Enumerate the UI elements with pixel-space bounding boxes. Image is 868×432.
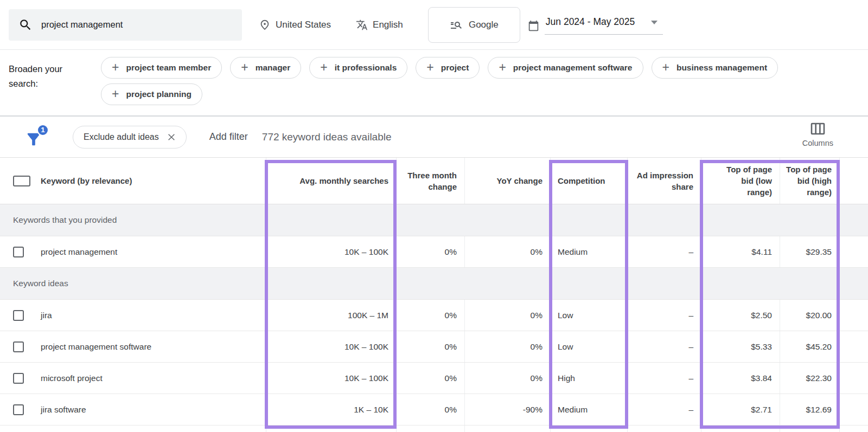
row-checkbox[interactable] bbox=[13, 373, 24, 384]
plus-icon: + bbox=[320, 61, 327, 74]
top-bid-low-cell: $5.33 bbox=[701, 331, 780, 362]
select-all-checkbox[interactable] bbox=[13, 176, 30, 186]
columns-button[interactable]: Columns bbox=[802, 122, 833, 147]
top-bid-high-cell: $22.30 bbox=[780, 363, 839, 394]
date-range-selector[interactable]: Jun 2024 - May 2025 bbox=[528, 15, 663, 35]
three-month-change-cell: 0% bbox=[396, 236, 464, 267]
ad-impression-share-cell: – bbox=[627, 300, 701, 331]
plus-icon: + bbox=[662, 61, 669, 74]
table-row: jira software1K – 10K0%-90%Medium–$2.71$… bbox=[0, 394, 868, 425]
yoy-change-cell: 0% bbox=[464, 363, 550, 394]
broaden-chip[interactable]: +project bbox=[416, 57, 480, 79]
col-header-top-bid-low[interactable]: Top of page bid (low range) bbox=[701, 158, 780, 204]
col-header-three-month-change[interactable]: Three month change bbox=[396, 158, 464, 204]
close-icon[interactable] bbox=[167, 133, 176, 141]
competition-cell: Medium bbox=[550, 394, 627, 425]
table-row: project management10K – 100K0%0%Medium–$… bbox=[0, 236, 868, 268]
broaden-search-label: Broaden your search: bbox=[9, 57, 85, 110]
yoy-change-cell: 0% bbox=[464, 300, 550, 331]
plus-icon: + bbox=[241, 61, 248, 74]
ad-impression-share-cell: – bbox=[627, 363, 701, 394]
location-selector[interactable]: United States bbox=[259, 19, 331, 31]
top-bid-high-cell: $45.20 bbox=[780, 331, 839, 362]
filter-count-badge: 1 bbox=[37, 124, 49, 136]
location-pin-icon bbox=[259, 19, 271, 31]
exclude-chip-label: Exclude adult ideas bbox=[84, 132, 159, 142]
location-label: United States bbox=[276, 20, 331, 30]
competition-cell: Low bbox=[550, 300, 627, 331]
exclude-adult-ideas-chip[interactable]: Exclude adult ideas bbox=[73, 126, 187, 149]
table-row-partial bbox=[0, 425, 868, 432]
plus-icon: + bbox=[112, 61, 119, 74]
top-bid-low-cell: $3.84 bbox=[701, 363, 780, 394]
top-bid-high-cell: $20.00 bbox=[780, 300, 839, 331]
columns-icon bbox=[810, 122, 825, 135]
col-header-competition[interactable]: Competition bbox=[550, 158, 627, 204]
broaden-chip-label: business management bbox=[676, 63, 767, 73]
keyword-cell: microsoft project bbox=[30, 363, 266, 394]
broaden-chip[interactable]: +it professionals bbox=[309, 57, 407, 79]
broaden-chip[interactable]: +manager bbox=[230, 57, 301, 79]
columns-label: Columns bbox=[802, 139, 833, 147]
yoy-change-cell: 0% bbox=[464, 331, 550, 362]
col-header-yoy-change[interactable]: YoY change bbox=[464, 158, 550, 204]
plus-icon: + bbox=[112, 88, 119, 100]
ad-impression-share-cell: – bbox=[627, 236, 701, 267]
calendar-icon bbox=[528, 20, 539, 31]
three-month-change-cell: 0% bbox=[396, 394, 464, 425]
translate-icon bbox=[356, 19, 368, 31]
broaden-chip[interactable]: +business management bbox=[652, 57, 778, 79]
broaden-chip[interactable]: +project planning bbox=[101, 83, 202, 105]
broaden-chip-label: project planning bbox=[126, 89, 192, 99]
keyword-search-box[interactable] bbox=[9, 9, 242, 41]
three-month-change-cell: 0% bbox=[396, 300, 464, 331]
row-checkbox[interactable] bbox=[13, 247, 24, 257]
row-checkbox[interactable] bbox=[13, 310, 24, 321]
avg-monthly-searches-cell: 10K – 100K bbox=[266, 363, 396, 394]
results-summary: 772 keyword ideas available bbox=[262, 131, 392, 143]
table-header-row: Keyword (by relevance) Avg. monthly sear… bbox=[0, 158, 868, 204]
keyword-cell: jira bbox=[30, 300, 266, 331]
section-header-row: Keyword ideas bbox=[0, 268, 868, 300]
avg-monthly-searches-cell: 10K – 100K bbox=[266, 331, 396, 362]
keyword-ideas-table: Keyword (by relevance) Avg. monthly sear… bbox=[0, 157, 868, 432]
ad-impression-share-cell: – bbox=[627, 331, 701, 362]
date-range-label: Jun 2024 - May 2025 bbox=[546, 16, 635, 28]
search-input[interactable] bbox=[40, 19, 219, 30]
col-header-keyword[interactable]: Keyword (by relevance) bbox=[30, 158, 266, 204]
search-icon bbox=[18, 18, 33, 32]
three-month-change-cell: 0% bbox=[396, 363, 464, 394]
manage-search-icon bbox=[450, 18, 463, 31]
avg-monthly-searches-cell: 1K – 10K bbox=[266, 394, 396, 425]
language-selector[interactable]: English bbox=[356, 19, 403, 31]
add-filter-button[interactable]: Add filter bbox=[209, 131, 248, 143]
language-label: English bbox=[373, 20, 403, 30]
network-selector-button[interactable]: Google bbox=[428, 7, 520, 43]
three-month-change-cell: 0% bbox=[396, 331, 464, 362]
top-toolbar: United States English Google Jun 2024 - … bbox=[0, 0, 868, 50]
competition-cell: High bbox=[550, 363, 627, 394]
network-label: Google bbox=[469, 20, 499, 30]
row-checkbox[interactable] bbox=[13, 404, 24, 415]
col-header-top-bid-high[interactable]: Top of page bid (high range) bbox=[780, 158, 839, 204]
row-checkbox[interactable] bbox=[13, 341, 24, 352]
yoy-change-cell: 0% bbox=[464, 236, 550, 267]
ad-impression-share-cell: – bbox=[627, 394, 701, 425]
filter-icon[interactable]: 1 bbox=[24, 125, 47, 150]
filter-bar: 1 Exclude adult ideas Add filter 772 key… bbox=[0, 117, 868, 157]
broaden-chip[interactable]: +project team member bbox=[101, 57, 222, 79]
broaden-chip[interactable]: +project management software bbox=[488, 57, 643, 79]
plus-icon: + bbox=[426, 61, 433, 74]
table-row: jira100K – 1M0%0%Low–$2.50$20.00 bbox=[0, 300, 868, 331]
col-header-avg-monthly-searches[interactable]: Avg. monthly searches bbox=[266, 158, 396, 204]
table-row: microsoft project10K – 100K0%0%High–$3.8… bbox=[0, 363, 868, 394]
avg-monthly-searches-cell: 10K – 100K bbox=[266, 236, 396, 267]
keyword-cell: jira software bbox=[30, 394, 266, 425]
broaden-chip-label: project team member bbox=[126, 63, 211, 73]
table-row: project management software10K – 100K0%0… bbox=[0, 331, 868, 363]
keyword-cell: project management bbox=[30, 236, 266, 267]
dropdown-arrow-icon bbox=[651, 21, 658, 24]
section-header-row: Keywords that you provided bbox=[0, 204, 868, 236]
col-header-ad-impression-share[interactable]: Ad impression share bbox=[627, 158, 701, 204]
broaden-chip-list: +project team member+manager+it professi… bbox=[101, 57, 778, 110]
